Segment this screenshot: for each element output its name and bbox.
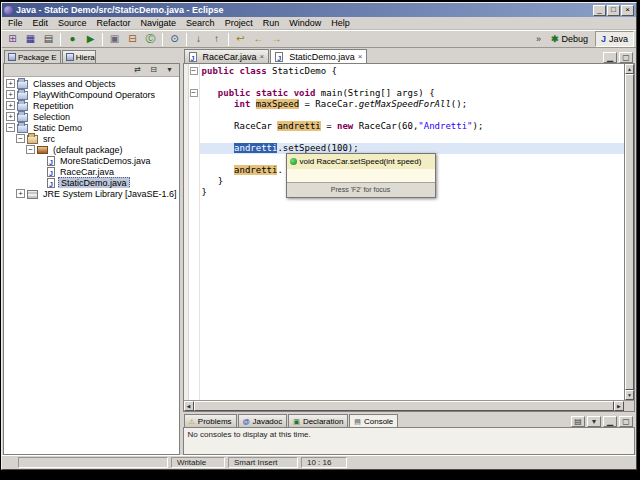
new-java-project-button[interactable]: ▣ [106,31,123,47]
menu-item-project[interactable]: Project [220,17,258,29]
close-tab-icon[interactable]: × [358,53,363,61]
console-tab-problems[interactable]: ⚠Problems [184,414,237,427]
menu-item-navigate[interactable]: Navigate [136,17,182,29]
tree-item-racecar-java[interactable]: RaceCar.java [4,166,179,177]
scroll-up-icon[interactable]: ▲ [625,64,634,74]
view-menu-button[interactable]: ▾ [163,65,177,76]
link-with-editor-button[interactable]: ⇄ [131,65,145,76]
open-console-button[interactable]: ▤ [571,416,585,427]
editor-horizontal-scrollbar[interactable]: ◀ ▶ [184,401,624,411]
tree-item-selection[interactable]: +Selection [4,111,179,122]
menu-item-search[interactable]: Search [181,17,220,29]
tree-item-classes-and-objects[interactable]: +Classes and Objects [4,78,179,89]
console-tab-javadoc[interactable]: @Javadoc [238,414,288,427]
console-view-menu-button[interactable]: ▾ [587,416,601,427]
next-annotation-button[interactable]: ↓ [190,31,207,47]
close-tab-icon[interactable]: × [260,53,265,61]
debug-button[interactable]: ● [64,31,81,47]
console-tab-console[interactable]: ▤Console [349,414,398,427]
back-button[interactable]: ← [250,31,267,47]
tree-item-default-package[interactable]: −(default package) [4,144,179,155]
tree-expander[interactable]: − [26,145,35,154]
fold-cell [189,110,199,121]
tree-item-static-demo[interactable]: −Static Demo [4,122,179,133]
tree-item-label: RaceCar.java [58,167,116,177]
console-tab-label: Console [364,417,393,426]
vertical-scroll-thumb[interactable] [625,74,634,390]
code-line[interactable]: public static void main(String[] args) { [200,88,624,99]
new-wizard-button[interactable]: ⊞ [4,31,21,47]
console-tab-declaration[interactable]: ▣Declaration [288,414,348,427]
print-button[interactable]: ▤ [40,31,57,47]
completion-item[interactable]: void RaceCar.setSpeed(int speed) [287,154,435,169]
tree-expander[interactable]: − [6,123,15,132]
code-line[interactable]: public class StaticDemo { [200,66,624,77]
editor-tab-staticdemo-java[interactable]: StaticDemo.java× [270,49,367,63]
collapse-all-button[interactable]: ⊟ [147,65,161,76]
code-area[interactable]: void RaceCar.setSpeed(int speed) Press '… [200,64,624,400]
vertical-scroll-track[interactable] [625,74,634,390]
scroll-left-icon[interactable]: ◀ [184,401,194,411]
status-left-spacer [5,457,15,468]
minimize-editor-button[interactable]: ▁ [603,52,617,63]
menu-item-file[interactable]: File [3,17,28,29]
menu-item-run[interactable]: Run [258,17,285,29]
tree-item-jre-system-library-javase-1-6[interactable]: +JRE System Library [JavaSE-1.6] [4,188,179,199]
code-line[interactable] [200,77,624,88]
fold-collapse-icon[interactable]: − [190,67,198,75]
tree-item-morestaticdemos-java[interactable]: MoreStaticDemos.java [4,155,179,166]
maximize-view-button[interactable]: ▢ [619,416,633,427]
previous-annotation-button[interactable]: ↑ [208,31,225,47]
menu-item-refactor[interactable]: Refactor [92,17,136,29]
maximize-editor-button[interactable]: ▢ [619,52,633,63]
tree-expander[interactable]: + [16,189,25,198]
horizontal-scroll-thumb[interactable] [194,401,614,411]
tree-expander[interactable]: + [6,112,15,121]
menu-item-window[interactable]: Window [284,17,326,29]
editor-vertical-scrollbar[interactable]: ▲ ▼ [624,64,634,400]
view-tab-hierarchy[interactable]: Hierarchy [62,50,96,63]
tree-expander[interactable]: − [16,134,25,143]
tree-item-playwithcompound-operators[interactable]: +PlayWithCompound Operators [4,89,179,100]
maximize-button[interactable]: □ [607,5,620,16]
view-tab-package-e[interactable]: Package E [4,50,61,63]
tree-item-staticdemo-java[interactable]: StaticDemo.java [4,177,179,188]
tree-expander[interactable]: + [6,79,15,88]
new-package-button[interactable]: ⊟ [124,31,141,47]
last-edit-location-button[interactable]: ↩ [232,31,249,47]
code-line[interactable]: RaceCar andretti = new RaceCar(60,"Andre… [200,121,624,132]
perspective-overflow-icon[interactable]: » [536,34,541,44]
tree-item-src[interactable]: −src [4,133,179,144]
scroll-right-icon[interactable]: ▶ [614,401,624,411]
minimize-button[interactable]: _ [593,5,606,16]
menu-item-help[interactable]: Help [326,17,355,29]
new-java-project-icon: ▣ [110,34,119,44]
fold-collapse-icon[interactable]: − [190,89,198,97]
menu-item-edit[interactable]: Edit [28,17,54,29]
menu-item-source[interactable]: Source [53,17,92,29]
new-class-button[interactable]: Ⓒ [142,31,159,47]
tree-expander[interactable]: + [6,101,15,110]
search-button[interactable]: ⊙ [166,31,183,47]
scroll-down-icon[interactable]: ▼ [625,390,634,400]
code-line[interactable] [200,132,624,143]
perspective-java-button[interactable]: JJava [595,31,634,47]
perspective-debug-button[interactable]: ✱Debug [545,31,594,47]
editor-tab-bar: RaceCar.java×StaticDemo.java× ▁▢ [183,49,635,63]
save-button[interactable]: ▦ [22,31,39,47]
close-button[interactable]: × [621,5,634,16]
minimize-view-button[interactable]: ▁ [603,416,617,427]
forward-button[interactable]: → [268,31,285,47]
code-token: "Andretti" [418,121,472,131]
tree-item-repetition[interactable]: +Repetition [4,100,179,111]
run-button[interactable]: ▶ [82,31,99,47]
code-token: = RaceCar. [299,99,359,109]
jfile-icon [47,156,55,166]
tree-expander[interactable]: + [6,90,15,99]
horizontal-scroll-track[interactable] [194,401,614,411]
code-line[interactable]: int maxSpeed = RaceCar.getMaxSpeedForAll… [200,99,624,110]
code-line[interactable] [200,110,624,121]
eclipse-window-icon [4,6,13,15]
editor-tab-racecar-java[interactable]: RaceCar.java× [184,49,270,63]
title-bar[interactable]: Java - Static Demo/src/StaticDemo.java -… [2,3,636,17]
